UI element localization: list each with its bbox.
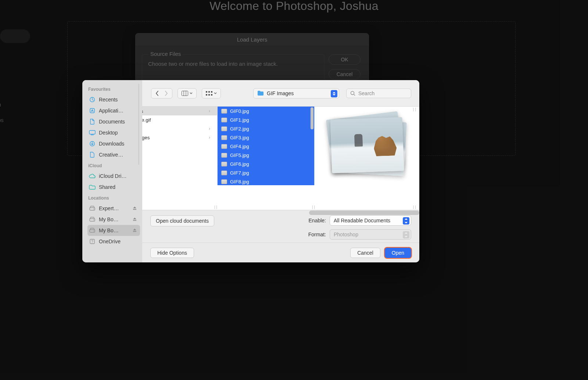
folder-icon bbox=[257, 90, 264, 96]
image-file-icon bbox=[221, 171, 227, 175]
sidebar-item-label: Creative… bbox=[99, 152, 123, 158]
list-item[interactable]: mages› bbox=[142, 107, 218, 115]
column-resize-handle[interactable]: || bbox=[312, 205, 316, 209]
svg-rect-13 bbox=[133, 231, 136, 232]
search-icon bbox=[350, 91, 355, 96]
list-item-label: GIF0.jpg bbox=[230, 108, 249, 114]
path-stepper-icon bbox=[331, 90, 337, 97]
image-file-icon bbox=[221, 126, 227, 131]
list-item-label: GIF3.jpg bbox=[230, 135, 249, 140]
disk-icon bbox=[89, 227, 96, 234]
list-item-label: al Images bbox=[142, 135, 150, 140]
list-item[interactable]: GIF3.jpg bbox=[218, 133, 314, 142]
column-resize-handle[interactable]: || bbox=[413, 107, 417, 111]
open-panel: Favourites RecentsApplicati…DocumentsDes… bbox=[82, 80, 419, 262]
list-item[interactable]: GIF0.jpg bbox=[218, 107, 314, 115]
list-item[interactable]: GIF5.jpg bbox=[218, 151, 314, 159]
svg-rect-20 bbox=[208, 91, 210, 93]
search-field[interactable]: Search bbox=[346, 89, 411, 98]
list-item[interactable]: GIF1.jpg bbox=[218, 115, 314, 124]
eject-icon[interactable] bbox=[133, 216, 137, 222]
image-file-icon bbox=[221, 135, 227, 140]
path-selector[interactable]: GIF Images bbox=[253, 88, 339, 98]
open-panel-sidebar[interactable]: Favourites RecentsApplicati…DocumentsDes… bbox=[82, 80, 142, 262]
file-browser[interactable]: mages›xample.gift›al Images› GIF0.jpgGIF… bbox=[142, 107, 419, 210]
list-item[interactable]: GIF8.jpg bbox=[218, 177, 314, 185]
list-item-label: GIF1.jpg bbox=[230, 117, 249, 123]
image-file-icon bbox=[221, 118, 227, 122]
list-item[interactable]: GIF2.jpg bbox=[218, 124, 314, 133]
svg-line-26 bbox=[354, 94, 355, 96]
sidebar-item[interactable]: My Bo… bbox=[87, 214, 140, 225]
list-item-label: GIF6.jpg bbox=[230, 161, 249, 167]
enable-value: All Readable Documents bbox=[334, 218, 390, 223]
desktop-icon bbox=[89, 129, 96, 136]
grid-icon bbox=[206, 91, 212, 96]
back-button[interactable] bbox=[154, 88, 161, 98]
sidebar-item[interactable]: ?OneDrive bbox=[87, 236, 140, 247]
sidebar-item[interactable]: Expert… bbox=[87, 203, 140, 214]
sidebar-item-label: Desktop bbox=[99, 130, 118, 136]
svg-point-9 bbox=[93, 220, 94, 221]
chevron-right-icon: › bbox=[209, 108, 210, 114]
open-button[interactable]: Open bbox=[385, 248, 411, 258]
sidebar-item-label: Expert… bbox=[99, 205, 119, 211]
sidebar-item[interactable]: Recents bbox=[87, 94, 140, 105]
sidebar-item[interactable]: Desktop bbox=[87, 127, 140, 138]
list-item[interactable]: al Images› bbox=[142, 133, 218, 142]
list-item-label: mages bbox=[142, 108, 143, 114]
list-item[interactable]: xample.gif bbox=[142, 115, 218, 124]
column-resize-handle[interactable]: || bbox=[413, 205, 417, 209]
list-item-label: GIF4.jpg bbox=[230, 144, 249, 149]
format-select: Photoshop bbox=[330, 229, 411, 240]
cloud-icon bbox=[89, 173, 96, 179]
svg-rect-10 bbox=[133, 220, 136, 221]
list-item[interactable]: GIF6.jpg bbox=[218, 159, 314, 168]
column-resize-handle[interactable]: || bbox=[214, 205, 218, 209]
sidebar-item-label: OneDrive bbox=[99, 239, 121, 244]
column-1[interactable]: mages›xample.gift›al Images› bbox=[142, 107, 218, 185]
search-placeholder: Search bbox=[358, 90, 374, 96]
list-item-label: GIF8.jpg bbox=[230, 179, 249, 184]
disk-icon bbox=[89, 205, 96, 212]
onedrive-icon: ? bbox=[89, 238, 96, 245]
sidebar-item[interactable]: Shared bbox=[87, 182, 140, 193]
enable-label: Enable: bbox=[309, 218, 326, 223]
sidebar-item[interactable]: Downloads bbox=[87, 138, 140, 149]
hide-options-button[interactable]: Hide Options bbox=[150, 248, 194, 258]
sidebar-item[interactable]: Documents bbox=[87, 116, 140, 127]
download-icon bbox=[89, 140, 96, 147]
view-group-button[interactable] bbox=[202, 88, 221, 98]
sidebar-group-icloud: iCloud bbox=[88, 163, 140, 168]
open-cloud-documents-button[interactable]: Open cloud documents bbox=[150, 215, 214, 226]
list-item[interactable]: t› bbox=[142, 124, 218, 133]
disk-icon bbox=[89, 216, 96, 223]
preview-column bbox=[315, 107, 419, 185]
list-item[interactable]: GIF7.jpg bbox=[218, 168, 314, 177]
eject-icon[interactable] bbox=[133, 205, 137, 211]
nav-back-forward[interactable] bbox=[151, 88, 172, 98]
forward-button[interactable] bbox=[162, 88, 170, 98]
enable-select[interactable]: All Readable Documents bbox=[330, 215, 411, 226]
svg-rect-24 bbox=[211, 94, 212, 96]
path-label: GIF Images bbox=[267, 90, 294, 96]
list-item[interactable]: GIF4.jpg bbox=[218, 142, 314, 151]
sidebar-item[interactable]: iCloud Dri… bbox=[87, 171, 140, 182]
image-file-icon bbox=[221, 144, 227, 149]
sidebar-item-label: iCloud Dri… bbox=[99, 173, 126, 179]
horizontal-scrollbar[interactable] bbox=[309, 211, 419, 215]
cancel-button[interactable]: Cancel bbox=[350, 248, 380, 258]
eject-icon[interactable] bbox=[133, 227, 137, 233]
column-2[interactable]: GIF0.jpgGIF1.jpgGIF2.jpgGIF3.jpgGIF4.jpg… bbox=[218, 107, 315, 185]
format-value: Photoshop bbox=[334, 232, 358, 237]
select-stepper-icon bbox=[403, 231, 409, 239]
view-columns-button[interactable] bbox=[178, 88, 197, 98]
svg-rect-7 bbox=[133, 209, 136, 210]
svg-text:?: ? bbox=[91, 240, 93, 244]
svg-rect-22 bbox=[206, 94, 207, 96]
sidebar-item[interactable]: Creative… bbox=[87, 149, 140, 160]
chevron-right-icon: › bbox=[209, 126, 210, 131]
sidebar-item-label: Documents bbox=[99, 119, 125, 125]
sidebar-item[interactable]: Applicati… bbox=[87, 105, 140, 116]
sidebar-item[interactable]: My Bo… bbox=[87, 225, 140, 236]
